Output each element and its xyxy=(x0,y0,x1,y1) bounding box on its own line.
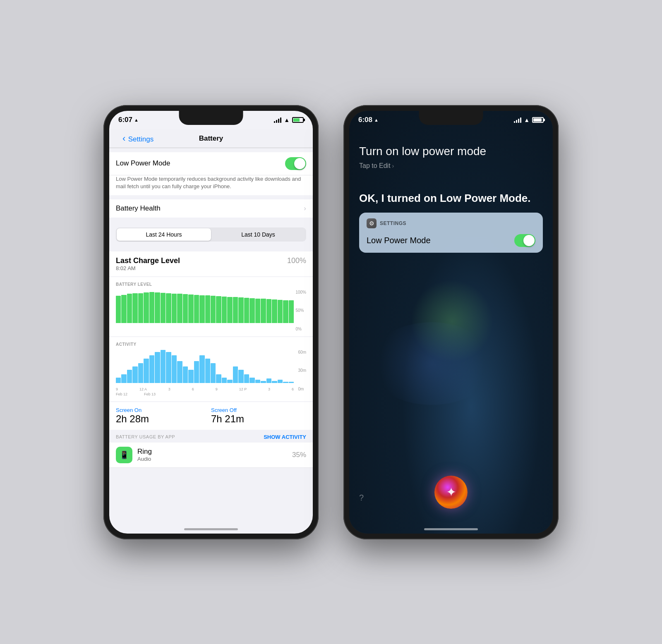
low-power-label: Low Power Mode xyxy=(116,159,285,168)
battery-bar xyxy=(216,296,221,323)
status-icons-left: ▲ xyxy=(274,117,304,123)
battery-health-row[interactable]: Battery Health › xyxy=(109,199,313,218)
battery-bar xyxy=(138,293,143,323)
nav-search-back: ‹ Settings xyxy=(122,134,154,144)
nav-bar: ‹ Settings Battery xyxy=(109,129,313,148)
battery-health-section: Battery Health › xyxy=(109,199,313,218)
separator-2 xyxy=(109,195,313,199)
battery-bar xyxy=(233,297,238,323)
activity-bar xyxy=(144,359,149,383)
app-row-ring[interactable]: 📱 Ring Audio 35% xyxy=(109,443,313,468)
battery-bar xyxy=(166,293,171,323)
activity-chart-label: ACTIVITY xyxy=(116,342,306,347)
charge-title: Last Charge Level xyxy=(116,256,306,265)
app-usage-title: BATTERY USAGE BY APP xyxy=(116,434,175,439)
siri-orb[interactable]: ✦ xyxy=(434,476,468,509)
wifi-icon-left: ▲ xyxy=(284,117,290,123)
low-power-toggle[interactable] xyxy=(285,157,306,170)
activity-bar xyxy=(227,380,232,383)
activity-bar xyxy=(205,359,210,383)
activity-bar xyxy=(211,363,216,383)
settings-content: ‹ Settings Battery Low Power Mode Low Po… xyxy=(109,129,313,534)
battery-chart-label: BATTERY LEVEL xyxy=(116,282,306,287)
battery-chart: 100% 50% 0% xyxy=(116,290,306,331)
activity-bar xyxy=(261,381,266,383)
activity-bar xyxy=(155,352,160,383)
activity-bar xyxy=(255,380,260,383)
charge-subtitle: 8:02 AM xyxy=(116,265,306,271)
activity-chart-bars xyxy=(116,350,294,383)
wifi-icon-right: ▲ xyxy=(524,117,530,123)
battery-bar xyxy=(194,295,199,323)
battery-bar xyxy=(155,292,160,323)
battery-bar xyxy=(161,293,166,323)
segment-10d[interactable]: Last 10 Days xyxy=(211,228,305,241)
activity-bar xyxy=(238,370,243,383)
time-left: 6:07 xyxy=(118,116,132,124)
nav-title: Battery xyxy=(199,134,223,143)
activity-bar xyxy=(172,355,177,383)
siri-glow-2 xyxy=(369,322,494,405)
battery-bar xyxy=(132,293,137,323)
siri-tap-edit[interactable]: Tap to Edit › xyxy=(359,162,543,170)
location-icon-left: ▲ xyxy=(134,117,139,122)
activity-bar xyxy=(127,370,132,383)
signal-bars-right xyxy=(514,117,521,123)
battery-chart-section: BATTERY LEVEL 100% 50% 0% xyxy=(109,277,313,336)
signal-bars-left xyxy=(274,117,281,123)
battery-health-label: Battery Health xyxy=(116,204,304,213)
battery-bar xyxy=(238,297,243,323)
battery-bar xyxy=(222,297,227,323)
signal-bar-2 xyxy=(276,120,277,123)
battery-bar xyxy=(127,294,132,323)
charge-percent: 100% xyxy=(287,256,306,265)
activity-bar xyxy=(272,381,277,383)
app-name: Ring xyxy=(137,448,152,456)
activity-bar xyxy=(266,378,271,383)
activity-bar xyxy=(188,370,193,383)
siri-card-row: Low Power Mode xyxy=(367,234,535,247)
battery-bar xyxy=(183,294,188,323)
tap-to-edit-chevron: › xyxy=(392,163,394,169)
battery-bar xyxy=(227,297,232,323)
siri-card-toggle[interactable] xyxy=(514,234,535,247)
separator-1 xyxy=(109,148,313,151)
low-power-row[interactable]: Low Power Mode xyxy=(109,152,313,175)
ring-icon-symbol: 📱 xyxy=(120,450,129,460)
ring-app-icon: 📱 xyxy=(116,447,132,463)
battery-chart-bars xyxy=(116,290,294,323)
battery-bar xyxy=(278,300,283,323)
screen-stats: Screen On 2h 28m Screen Off 7h 21m xyxy=(109,402,313,430)
activity-bar xyxy=(199,355,204,383)
screen-off-value: 7h 21m xyxy=(211,413,306,425)
activity-bar xyxy=(233,366,238,383)
home-indicator-right xyxy=(424,528,478,530)
signal-bar-r1 xyxy=(514,121,515,123)
notch xyxy=(179,111,243,125)
tap-to-edit-text: Tap to Edit xyxy=(359,162,391,170)
activity-bar xyxy=(222,378,227,383)
activity-bar xyxy=(283,382,288,383)
battery-y-labels: 100% 50% 0% xyxy=(295,290,306,331)
battery-bar xyxy=(149,292,154,323)
segment-control[interactable]: Last 24 Hours Last 10 Days xyxy=(116,227,306,242)
siri-response-text: OK, I turned on Low Power Mode. xyxy=(359,192,543,206)
activity-bar xyxy=(149,355,154,383)
segment-24h[interactable]: Last 24 Hours xyxy=(117,228,211,241)
segment-wrapper: Last 24 Hours Last 10 Days xyxy=(109,221,313,248)
activity-bar xyxy=(166,352,171,383)
right-phone: 6:08 ▲ ▲ Turn on low power mode xyxy=(343,105,559,539)
battery-bar xyxy=(255,299,260,323)
siri-settings-card: ⚙ SETTINGS Low Power Mode xyxy=(359,213,543,253)
left-screen: 6:07 ▲ ▲ xyxy=(109,111,313,534)
home-indicator-left xyxy=(184,528,238,530)
activity-bar xyxy=(249,378,254,383)
status-icons-right: ▲ xyxy=(514,117,544,123)
status-bar-right: 6:08 ▲ ▲ xyxy=(349,111,553,129)
battery-fill-right xyxy=(533,118,542,122)
show-activity-link[interactable]: SHOW ACTIVITY xyxy=(264,434,306,440)
battery-bar xyxy=(261,299,266,323)
siri-orb-inner: ✦ xyxy=(434,476,468,509)
siri-question-mark[interactable]: ? xyxy=(359,493,364,503)
screen-on-stat: Screen On 2h 28m xyxy=(116,407,211,425)
